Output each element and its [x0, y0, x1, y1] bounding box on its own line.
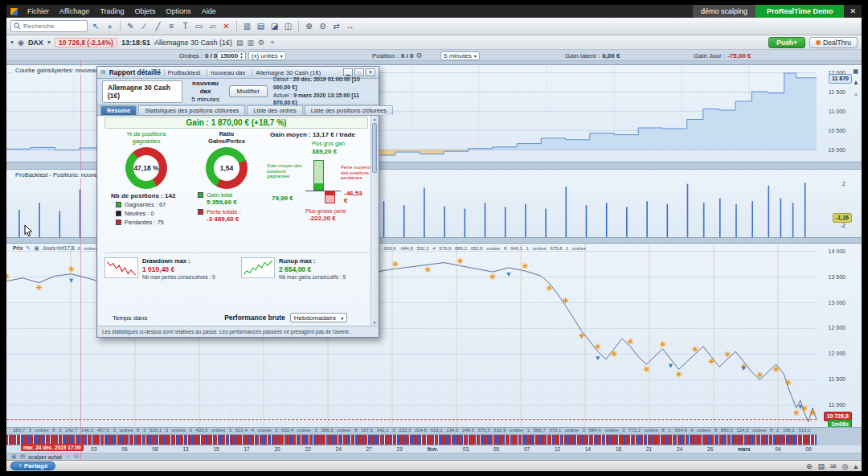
menu-affichage[interactable]: Affichage — [55, 5, 94, 18]
menu-fichier[interactable]: Fichier — [23, 5, 54, 18]
tab-resume[interactable]: Résumé — [100, 105, 137, 115]
close-icon[interactable]: ✕ — [844, 7, 862, 15]
quantity-stepper[interactable]: 15000▴▾(x) unités▾ — [217, 50, 286, 61]
toolbar: ↖＋✎∕╱≡T▭▱✕▥▤◪◫⊕⊖⇄↔ — [6, 18, 862, 35]
area-chart-icon[interactable]: ◪ — [268, 20, 280, 32]
equity-value-tag: 11 870 — [829, 74, 852, 84]
avg-loss-value: -46,53 € — [344, 191, 366, 205]
statusbar: ↑Partagé ⊕ ▤ ✉ ◎ ▴ — [6, 460, 862, 471]
instrument-price: 10 726,8 (-2,14%) — [55, 38, 117, 47]
search-input[interactable] — [23, 23, 83, 30]
camera-icon[interactable]: ▣ — [34, 245, 39, 252]
ratio-label: Ratio Gains/Pertes — [202, 131, 252, 145]
chart-type-icon[interactable]: ▤ — [236, 39, 244, 47]
modify-button[interactable]: Modifier — [229, 85, 268, 97]
mail-icon[interactable]: ✉ — [830, 462, 837, 470]
position-count: Position :0 / 0⚙ — [372, 50, 423, 61]
delete-icon[interactable]: ✕ — [220, 20, 232, 32]
positions-axis-label: -2 — [812, 223, 845, 228]
share-icon: ↑ — [18, 462, 22, 470]
price-axis-label: 13 000 — [812, 300, 845, 306]
breadcrumb: nouveau dax — [207, 69, 248, 76]
panels-icon[interactable]: ▤ — [818, 462, 825, 470]
workspace-tab[interactable]: démo scalping — [693, 5, 755, 18]
instrument-name[interactable]: DAX — [28, 39, 43, 47]
globe-icon[interactable]: ◎ — [842, 462, 849, 470]
performance-row: Temps dans Performance brute Hebdomadair… — [98, 312, 370, 323]
compare-icon[interactable]: ⇄ — [330, 20, 342, 32]
menu-trading[interactable]: Trading — [95, 5, 129, 18]
dialog-period-info: Début : 20 déc. 2019 01:00:00 [10 000,00… — [273, 76, 374, 107]
drawdown-sparkline — [104, 257, 138, 278]
date-axis-label: 13 — [182, 446, 188, 452]
timeframe-select[interactable]: 5 minutes▾ — [440, 50, 480, 61]
menu-objets[interactable]: Objets — [130, 5, 161, 18]
settings-gear-icon[interactable]: ⚙ — [258, 39, 264, 47]
scrollbar-thumb[interactable] — [372, 123, 377, 173]
line-tool-icon[interactable]: ∕ — [138, 20, 150, 32]
period-select[interactable]: Hebdomadaire▾ — [290, 313, 348, 322]
shape-tool-icon[interactable]: ▭ — [193, 20, 205, 32]
pencil-icon[interactable]: ✎ — [125, 20, 137, 32]
text-tool-icon[interactable]: T — [179, 20, 191, 32]
price-axis-label: 11 000 — [812, 402, 845, 408]
price-axis-label: 12 500 — [812, 325, 845, 330]
scroll-down-icon[interactable]: ▼ — [371, 320, 378, 325]
camera-icon[interactable]: ▣ — [11, 453, 17, 460]
position-gear-icon[interactable]: ⚙ — [416, 51, 422, 60]
search-box[interactable] — [10, 20, 88, 32]
quantity-unit-select[interactable]: (x) unités▾ — [248, 51, 286, 60]
date-axis-label: 21 — [646, 446, 652, 452]
crosshair-icon[interactable]: ＋ — [104, 20, 116, 32]
zoom-out-icon[interactable]: ⊖ — [317, 20, 329, 32]
eraser-icon[interactable]: ▱ — [207, 20, 219, 32]
share-button[interactable]: ↑Partagé — [10, 462, 55, 470]
link-icon[interactable]: ↔ — [344, 20, 356, 32]
fibonacci-icon[interactable]: ≡ — [166, 20, 178, 32]
candles-icon[interactable]: ▥ — [248, 39, 255, 47]
candlestick-chart-icon[interactable]: ▥ — [241, 20, 253, 32]
menu-aide[interactable]: Aide — [197, 5, 221, 18]
price-axis-label: 12 000 — [812, 351, 845, 356]
dialog-scrollbar[interactable]: ▲ ▼ — [371, 116, 378, 326]
zero-axis — [305, 191, 341, 191]
strategy-name[interactable]: scalper achat — [28, 454, 62, 460]
trade-ribbon[interactable] — [6, 434, 817, 445]
collapse-icon[interactable]: ▾ — [10, 39, 14, 46]
collapse-statusbar-icon[interactable]: ▴ — [854, 462, 858, 470]
scroll-up-icon[interactable]: ▲ — [371, 117, 378, 121]
comment-icon[interactable]: ✉ — [74, 453, 79, 460]
date-axis-label: 24 — [336, 446, 342, 452]
zoom-in-icon[interactable]: ⊕ — [303, 20, 315, 32]
date-axis[interactable]: 3120200306081315172022242729févr.0305071… — [6, 445, 862, 453]
add-icon[interactable]: ＋ — [268, 37, 276, 47]
strategy-row[interactable]: ▣ ▤ scalper achat ＋ ✉ — [11, 453, 79, 460]
tab-liste-positions[interactable]: Liste des positions clôturées — [305, 105, 393, 115]
tab-liste-ordres[interactable]: Liste des ordres — [247, 105, 302, 115]
menubar: Fichier Affichage Trading Objets Options… — [6, 5, 862, 18]
tab-statistiques[interactable]: Statistiques des positions clôturées — [138, 105, 245, 115]
timer-badge: 1m06s — [828, 420, 852, 428]
dealthru-button[interactable]: DealThru — [809, 37, 858, 48]
zoom-icon[interactable]: ⊕ — [806, 462, 813, 470]
layout-grid-icon[interactable]: ◫ — [282, 20, 294, 32]
edit-icon[interactable]: ✎ — [26, 245, 31, 252]
scroll-up-icon[interactable]: ▲ — [853, 79, 859, 86]
push-button[interactable]: Push+ — [768, 37, 805, 48]
positions-value-tag: -1,16 — [833, 213, 852, 223]
instrument-dropdown-icon[interactable]: ▾ — [47, 39, 51, 46]
dialog-tabs: Résumé Statistiques des positions clôtur… — [97, 105, 379, 116]
performance-brute-label: Performance brute — [224, 314, 285, 322]
date-axis-label: 17 — [244, 446, 249, 452]
price-title-label[interactable]: Prix — [13, 245, 23, 251]
menu-options[interactable]: Options — [162, 5, 196, 18]
trendline-icon[interactable]: ╱ — [152, 20, 164, 32]
date-axis-label: 22 — [305, 446, 311, 452]
print-icon[interactable]: ▤ — [20, 453, 26, 460]
bar-chart-icon[interactable]: ▤ — [255, 20, 267, 32]
cursor-date-tag: mar. 24 déc. 2019 17:00 — [21, 444, 84, 451]
add-panel-icon[interactable]: ＋ — [853, 90, 859, 99]
gain-summary: Gain : 1 870,00 € (+18,7 %) — [104, 117, 368, 129]
panel-icon[interactable]: ▣ — [853, 68, 859, 75]
cursor-icon[interactable]: ↖ — [90, 20, 102, 32]
